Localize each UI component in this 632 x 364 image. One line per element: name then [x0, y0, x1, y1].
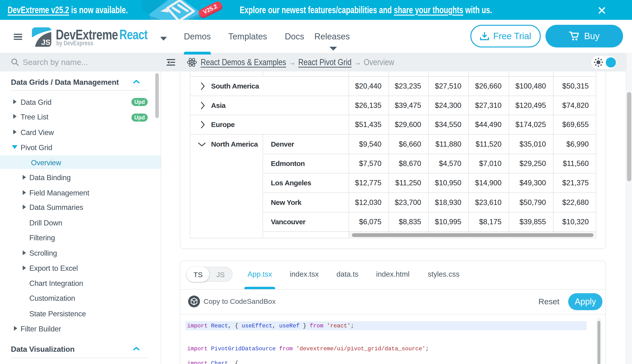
- svg-text:JS: JS: [41, 38, 50, 46]
